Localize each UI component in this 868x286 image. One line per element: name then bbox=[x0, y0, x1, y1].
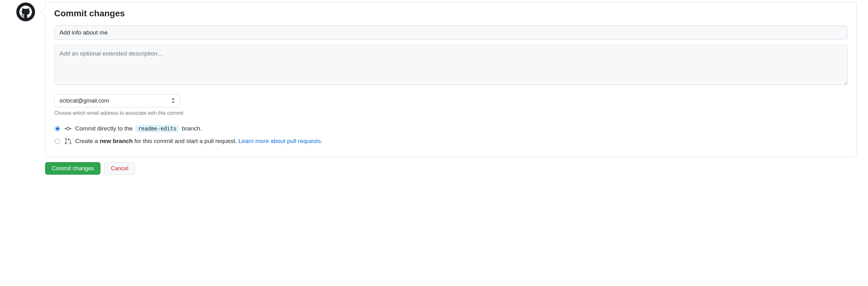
commit-description-textarea[interactable] bbox=[54, 45, 848, 85]
option-direct-pre: Commit directly to the bbox=[75, 125, 134, 132]
commit-panel-wrap: Commit changes octocat@gmail.com Choose … bbox=[45, 2, 857, 175]
option-newbranch-pre: Create a bbox=[75, 138, 100, 144]
radio-new-branch[interactable] bbox=[55, 139, 60, 144]
option-commit-direct[interactable]: Commit directly to the readme-edits bran… bbox=[54, 125, 848, 132]
option-new-branch[interactable]: Create a new branch for this commit and … bbox=[54, 137, 848, 145]
radio-commit-direct[interactable] bbox=[55, 126, 60, 132]
branch-chip: readme-edits bbox=[135, 125, 179, 132]
email-hint: Choose which email address to associate … bbox=[54, 110, 848, 116]
commit-email-value: octocat@gmail.com bbox=[60, 97, 109, 104]
panel-title: Commit changes bbox=[54, 8, 848, 19]
option-direct-text: Commit directly to the readme-edits bran… bbox=[75, 125, 202, 132]
commit-options: Commit directly to the readme-edits bran… bbox=[54, 125, 848, 145]
github-icon bbox=[20, 6, 32, 18]
commit-panel: Commit changes octocat@gmail.com Choose … bbox=[45, 2, 857, 157]
avatar bbox=[16, 2, 35, 21]
option-newbranch-post: for this commit and start a pull request… bbox=[133, 138, 239, 144]
learn-more-link[interactable]: Learn more about pull requests. bbox=[239, 138, 322, 144]
email-row: octocat@gmail.com Choose which email add… bbox=[54, 94, 848, 116]
git-commit-icon bbox=[64, 125, 71, 132]
commit-email-select[interactable]: octocat@gmail.com bbox=[54, 94, 180, 107]
option-newbranch-bold: new branch bbox=[100, 138, 133, 144]
cancel-button[interactable]: Cancel bbox=[104, 162, 135, 175]
commit-summary-input[interactable] bbox=[54, 25, 848, 40]
commit-changes-container: Commit changes octocat@gmail.com Choose … bbox=[16, 2, 857, 175]
chevron-updown-icon bbox=[171, 98, 175, 104]
action-row: Commit changes Cancel bbox=[45, 162, 857, 175]
commit-changes-button[interactable]: Commit changes bbox=[45, 162, 100, 175]
option-newbranch-text: Create a new branch for this commit and … bbox=[75, 137, 322, 145]
git-pull-request-icon bbox=[64, 138, 71, 145]
option-direct-post: branch. bbox=[180, 125, 202, 132]
